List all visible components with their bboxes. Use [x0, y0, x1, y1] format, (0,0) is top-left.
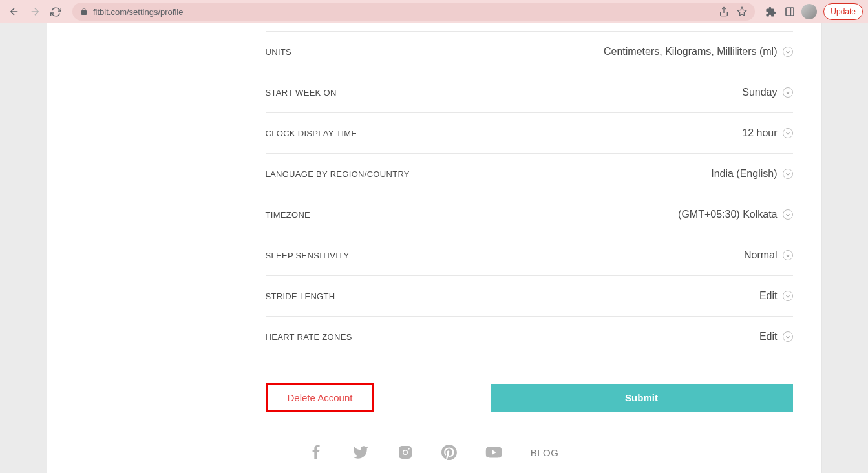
setting-value-text: India (English) [711, 168, 777, 180]
chevron-down-icon [783, 291, 793, 301]
toolbar-right: Update [763, 3, 863, 20]
setting-value[interactable]: (GMT+05:30) Kolkata [678, 209, 792, 220]
instagram-icon[interactable] [397, 445, 413, 460]
setting-row-start-week-on[interactable]: START WEEK ONSunday [266, 72, 793, 113]
setting-label: SLEEP SENSITIVITY [266, 251, 350, 260]
delete-highlight: Delete Account [266, 383, 375, 412]
setting-label: HEART RATE ZONES [266, 332, 352, 342]
setting-label: CLOCK DISPLAY TIME [266, 129, 357, 138]
setting-value[interactable]: Edit [759, 290, 793, 302]
chevron-down-icon [783, 331, 793, 342]
setting-label: TIMEZONE [266, 210, 311, 220]
chevron-down-icon [783, 250, 793, 260]
settings-main: UNITSCentimeters, Kilograms, Milliliters… [241, 23, 821, 428]
setting-value-text: Edit [759, 290, 778, 302]
facebook-icon[interactable] [310, 444, 324, 461]
panel-icon[interactable] [782, 4, 798, 19]
setting-label: UNITS [266, 47, 292, 57]
url-text: fitbit.com/settings/profile [93, 7, 719, 17]
back-button[interactable] [5, 3, 23, 21]
star-icon[interactable] [737, 6, 747, 17]
setting-value-text: Sunday [742, 87, 777, 98]
blog-link[interactable]: BLOG [531, 447, 559, 458]
page-container: UNITSCentimeters, Kilograms, Milliliters… [47, 23, 822, 428]
setting-value-text: (GMT+05:30) Kolkata [678, 209, 777, 220]
setting-row-timezone[interactable]: TIMEZONE(GMT+05:30) Kolkata [266, 194, 793, 235]
setting-row-clock-display-time[interactable]: CLOCK DISPLAY TIME12 hour [266, 113, 793, 154]
update-button[interactable]: Update [823, 3, 863, 20]
chevron-down-icon [783, 128, 793, 138]
setting-row-units[interactable]: UNITSCentimeters, Kilograms, Milliliters… [266, 32, 793, 72]
browser-toolbar: fitbit.com/settings/profile Update [0, 0, 868, 23]
setting-row-heart-rate-zones[interactable]: HEART RATE ZONESEdit [266, 317, 793, 357]
youtube-icon[interactable] [485, 444, 502, 461]
sidebar [47, 23, 241, 428]
reload-button[interactable] [47, 3, 65, 21]
forward-button[interactable] [26, 3, 44, 21]
setting-label: STRIDE LENGTH [266, 291, 335, 301]
svg-point-3 [403, 451, 407, 454]
actions-row: Delete Account Submit [266, 357, 793, 428]
setting-value[interactable]: India (English) [711, 168, 792, 180]
setting-value[interactable]: Normal [744, 249, 793, 261]
pinterest-icon[interactable] [441, 445, 457, 460]
chevron-down-icon [783, 47, 793, 57]
setting-value[interactable]: Centimeters, Kilograms, Milliliters (ml) [604, 46, 792, 58]
setting-row-stride-length[interactable]: STRIDE LENGTHEdit [266, 276, 793, 317]
setting-value-text: Normal [744, 249, 778, 261]
share-icon[interactable] [719, 6, 729, 17]
svg-rect-0 [786, 8, 794, 16]
address-bar[interactable]: fitbit.com/settings/profile [72, 3, 755, 21]
delete-account-button[interactable]: Delete Account [268, 386, 372, 410]
extensions-icon[interactable] [763, 4, 778, 19]
twitter-icon[interactable] [352, 444, 369, 461]
setting-value[interactable]: Edit [759, 331, 793, 342]
setting-label: START WEEK ON [266, 88, 337, 98]
setting-value-text: Centimeters, Kilograms, Milliliters (ml) [604, 46, 777, 58]
setting-value-text: Edit [759, 331, 778, 342]
setting-value-text: 12 hour [742, 127, 777, 139]
chevron-down-icon [783, 169, 793, 179]
submit-button[interactable]: Submit [491, 384, 793, 412]
setting-row-language-by-region-country[interactable]: LANGUAGE BY REGION/COUNTRYIndia (English… [266, 154, 793, 194]
lock-icon [80, 8, 88, 16]
setting-value[interactable]: 12 hour [742, 127, 792, 139]
chevron-down-icon [783, 209, 793, 220]
profile-avatar[interactable] [801, 4, 817, 19]
setting-value[interactable]: Sunday [742, 87, 792, 98]
svg-point-4 [408, 448, 409, 449]
footer: BLOG [47, 428, 822, 473]
setting-label: LANGUAGE BY REGION/COUNTRY [266, 169, 410, 179]
chevron-down-icon [783, 87, 793, 98]
setting-row-sleep-sensitivity[interactable]: SLEEP SENSITIVITYNormal [266, 235, 793, 276]
